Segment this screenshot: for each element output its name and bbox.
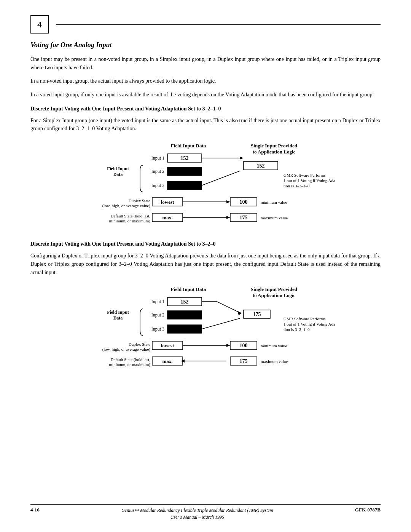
subsection2-body: Configuring a Duplex or Triplex input gr… [30, 252, 381, 276]
d2-gmr-text1: GMR Software Performs [284, 316, 326, 321]
diagram1: Field Input Data Input 1 152 Field Input… [76, 141, 335, 232]
section-title: Voting for One Analog Input [30, 41, 381, 49]
d2-gmr-text3: tion is 3–2–1–0 [284, 327, 310, 332]
d2-data-label: Data [113, 315, 123, 321]
d2-min-text: minimum value [261, 343, 287, 348]
d2-to-app-logic-label: to Application Logic [253, 292, 296, 298]
d2-output-value: 175 [253, 312, 261, 317]
subsection2-title: Discrete Input Voting with One Input Pre… [30, 241, 381, 247]
d2-default-state-desc: minimum, or maximum) [109, 362, 151, 367]
d2-input3-label: Input 3 [151, 326, 164, 332]
d2-arrow-head1 [238, 311, 242, 315]
d2-duplex-state-desc: (low, high, or average value) [102, 347, 151, 352]
input1-value: 152 [181, 155, 189, 161]
min-value: 100 [240, 199, 248, 205]
paragraph-1: One input may be present in a non-voted … [30, 55, 381, 72]
max-label: max. [162, 215, 172, 220]
d2-single-input-label: Single Input Provided [251, 286, 298, 292]
to-app-logic-label: to Application Logic [253, 149, 296, 155]
single-input-label: Single Input Provided [251, 143, 298, 149]
field-input-label: Field Input [107, 166, 129, 171]
subsection1-body: For a Simplex Input group (one input) th… [30, 117, 381, 133]
chapter-number: 4 [30, 15, 49, 34]
d2-arrow-line1b [217, 302, 240, 313]
lowest-label: lowest [161, 199, 174, 205]
diagram2: Field Input Data Input 1 152 Field Input… [76, 284, 335, 375]
d2-max-label: max. [162, 358, 172, 364]
gmr-text3: tion is 3–2–1–0 [284, 184, 310, 188]
output-value: 152 [257, 163, 265, 169]
d2-input2-label: Input 2 [151, 312, 164, 318]
d2-default-state-label: Default State (hold last, [111, 357, 151, 362]
arrow-head1 [240, 157, 244, 160]
input3-box [167, 181, 202, 190]
max-text: maximum value [261, 216, 288, 220]
footer-center-line2: User's Manual – March 1995 [170, 514, 224, 520]
brace [140, 165, 143, 192]
diagram1-svg: Field Input Data Input 1 152 Field Input… [76, 141, 335, 232]
diagonal-line [202, 171, 240, 185]
d2-max-value: 175 [240, 358, 248, 364]
diagram2-svg: Field Input Data Input 1 152 Field Input… [76, 284, 335, 375]
d2-input1-label: Input 1 [151, 299, 164, 304]
input1-label: Input 1 [151, 155, 164, 161]
d2-brace [140, 309, 143, 335]
footer-center: Genius™ Modular Redundancy Flexible Trip… [40, 507, 355, 521]
d2-max-text: maximum value [261, 359, 288, 364]
footer-page: 4-16 [30, 507, 40, 513]
default-state-label: Default State (hold last, [111, 214, 151, 219]
footer-center-line1: Genius™ Modular Redundancy Flexible Trip… [121, 508, 273, 513]
duplex-state-label: Duplex State [129, 198, 150, 203]
d2-input2-box [167, 311, 202, 319]
field-input-data-label: Field Input Data [171, 143, 206, 149]
default-state-desc: minimum, or maximum) [109, 219, 151, 224]
subsection1-title: Discrete Input Voting with One Input Pre… [30, 106, 381, 112]
gmr-text2: 1 out of 1 Voting if Voting Adapta- [284, 178, 335, 183]
page-header: 4 [30, 15, 381, 34]
arrow-head2 [226, 200, 230, 203]
min-text: minimum value [261, 200, 287, 204]
input2-label: Input 2 [151, 169, 164, 174]
gmr-text1: GMR Software Performs [284, 173, 326, 177]
page-footer: 4-16 Genius™ Modular Redundancy Flexible… [30, 504, 381, 521]
page: 4 Voting for One Analog Input One input … [0, 0, 411, 532]
d2-field-input-label: Field Input [107, 310, 129, 315]
header-line [56, 24, 381, 25]
d2-input1-value: 152 [181, 299, 189, 305]
d2-input3-box [167, 325, 202, 333]
footer-right: GFK-0787B [355, 507, 381, 513]
max-value: 175 [240, 215, 248, 220]
d2-diagonal-line [202, 318, 240, 329]
paragraph-2: In a non-voted input group, the actual i… [30, 77, 381, 85]
paragraph-3: In a voted input group, if only one inpu… [30, 91, 381, 99]
d2-min-value: 100 [240, 343, 248, 348]
data-label: Data [113, 172, 123, 177]
arrow-head3 [226, 216, 230, 219]
d2-duplex-state-label: Duplex State [129, 342, 150, 347]
duplex-state-desc: (low, high, or average value) [102, 203, 151, 208]
d2-arrow-head2 [226, 344, 230, 347]
d2-lowest-label: lowest [161, 343, 174, 348]
d2-field-input-data-label: Field Input Data [171, 286, 206, 292]
input3-label: Input 3 [151, 183, 164, 188]
d2-gmr-text2: 1 out of 1 Voting if Voting Adapta- [284, 322, 335, 326]
input2-box [167, 167, 202, 176]
